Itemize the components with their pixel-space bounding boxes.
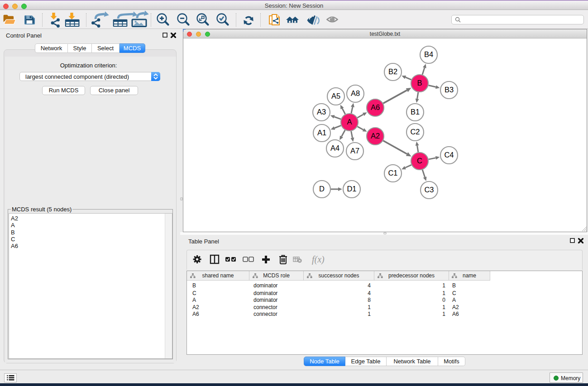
svg-text:C2: C2 [410,128,420,136]
svg-text:B2: B2 [388,67,397,76]
svg-text:B1: B1 [411,108,420,116]
svg-text:C4: C4 [444,151,454,159]
svg-text:A1: A1 [317,129,326,137]
svg-text:A4: A4 [330,144,339,152]
svg-text:A3: A3 [317,108,326,116]
svg-text:A2: A2 [371,132,380,140]
svg-text:A7: A7 [350,147,359,155]
svg-text:B3: B3 [445,86,454,94]
svg-text:C3: C3 [424,186,434,194]
svg-text:A5: A5 [331,92,340,100]
svg-text:A6: A6 [371,103,380,111]
svg-text:D1: D1 [347,185,356,193]
svg-text:A: A [347,118,352,126]
svg-text:f(x): f(x) [312,254,325,265]
svg-text:B: B [417,79,422,87]
svg-text:C1: C1 [388,169,397,177]
svg-text:B4: B4 [424,50,433,58]
svg-text:D: D [319,185,325,193]
svg-text:C: C [417,157,422,165]
svg-text:A8: A8 [351,89,360,97]
